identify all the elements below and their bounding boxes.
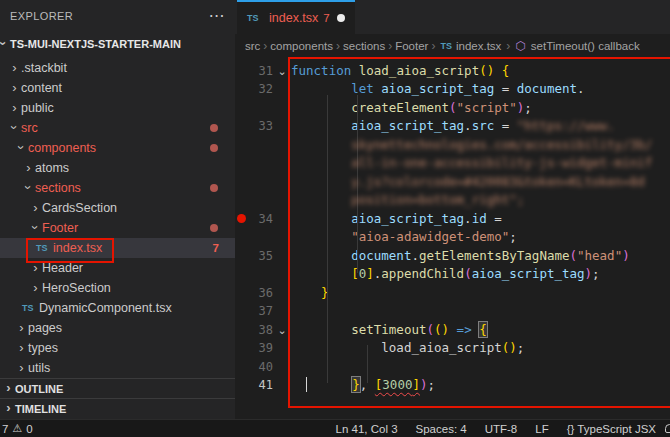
editor-group: TS index.tsx 7 src›components›sections›F… <box>235 0 670 419</box>
code-token: "aioa-adawidget-demo" <box>351 229 509 244</box>
code-token: 3000 <box>382 377 412 392</box>
code-row: all-in-one-accessibility-js-widget-minif <box>235 154 670 173</box>
tree-item-footer[interactable]: ›Footer <box>0 218 235 238</box>
tree-item-label: atoms <box>35 161 69 175</box>
code-row: skynettechnologies.com/accessibility/3b/ <box>235 136 670 155</box>
tab-index-tsx[interactable]: TS index.tsx 7 <box>237 0 355 34</box>
chevron-right-icon: › <box>29 201 42 214</box>
warning-icon: ⚠ <box>12 422 22 435</box>
code-token <box>351 63 359 78</box>
status-indentation[interactable]: Spaces: 4 <box>416 423 467 435</box>
chevron-right-icon: › <box>428 39 438 53</box>
tree-item-src[interactable]: ›src <box>0 118 235 138</box>
code-token <box>291 192 351 207</box>
code-token: appendChild <box>381 266 464 281</box>
workspace-root[interactable]: › TS-MUI-NEXTJS-STARTER-MAIN <box>0 32 235 56</box>
code-row: 34 aioa_script_tag.id = <box>235 210 670 229</box>
tree-item-sections[interactable]: ›sections <box>0 178 235 198</box>
breadcrumb-item-sections[interactable]: sections <box>343 40 385 52</box>
modified-dot-icon <box>210 124 218 132</box>
code-token: = <box>487 211 502 226</box>
tree-item-components[interactable]: ›components <box>0 138 235 158</box>
code-token <box>291 155 351 170</box>
code-token: ) <box>585 266 593 281</box>
breadcrumb-item-file[interactable]: index.tsx <box>456 40 501 52</box>
tree-item-public[interactable]: ›public <box>0 98 235 118</box>
tree-item-types[interactable]: ›types <box>0 338 235 358</box>
tab-label: index.tsx <box>269 11 318 25</box>
tree-item-label: HeroSection <box>42 281 111 295</box>
tree-item-label: pages <box>28 321 62 335</box>
fold-chevron-icon[interactable]: ⌄ <box>273 66 291 76</box>
explorer-header: EXPLORER <box>10 10 209 22</box>
code-token <box>494 63 502 78</box>
code-token: "script" <box>457 100 517 115</box>
status-cursor-position[interactable]: Ln 41, Col 3 <box>336 423 398 435</box>
breadcrumb-item-symbol[interactable]: setTimeout() callback <box>531 40 640 52</box>
code-token: "https://www. <box>517 118 615 133</box>
code-text: position=bottom_right"; <box>291 191 524 210</box>
code-row: 40 <box>235 358 670 377</box>
error-count: 7 <box>2 423 8 435</box>
tree-item-cardssection[interactable]: ›CardsSection <box>0 198 235 218</box>
tree-item-header[interactable]: ›Header <box>0 258 235 278</box>
panel-header-timeline[interactable]: ›TIMELINE <box>0 398 235 418</box>
status-right: Ln 41, Col 3Spaces: 4UTF-8LF{} TypeScrip… <box>336 423 670 435</box>
code-editor[interactable]: 30});31⌄function load_aioa_script() {32 … <box>235 57 670 419</box>
tree-item-pages[interactable]: ›pages <box>0 318 235 338</box>
code-token <box>291 118 351 133</box>
tree-item-label: public <box>21 101 54 115</box>
code-text: function load_aioa_script() { <box>291 62 509 81</box>
breadcrumb-item-footer[interactable]: Footer <box>395 40 428 52</box>
code-text: document.getElementsByTagName("head") <box>291 247 630 266</box>
tree-item-label: .stackbit <box>21 61 67 75</box>
tree-item-utils[interactable]: ›utils <box>0 358 235 378</box>
tree-item-atoms[interactable]: ›atoms <box>0 158 235 178</box>
code-row: 39 load_aioa_script(); <box>235 339 670 358</box>
code-token <box>291 229 351 244</box>
chevron-right-icon: › <box>29 281 42 294</box>
code-token <box>291 137 351 152</box>
chevron-right-icon: › <box>15 361 28 374</box>
code-token <box>291 377 306 392</box>
status-eol[interactable]: LF <box>535 423 548 435</box>
status-encoding[interactable]: UTF-8 <box>485 423 518 435</box>
breadcrumb-item-src[interactable]: src <box>245 40 260 52</box>
fold-chevron-icon[interactable]: ⌄ <box>273 325 291 335</box>
status-problems[interactable]: 7 ⚠ 0 <box>0 422 33 435</box>
tree-item--stackbit[interactable]: ›.stackbit <box>0 58 235 78</box>
code-text: aioa_script_tag.src = "https://www. <box>291 117 615 136</box>
tree-item-index-tsx[interactable]: TSindex.tsx7 <box>0 238 235 258</box>
more-actions-icon[interactable]: ⋯ <box>209 11 225 21</box>
tree-item-content[interactable]: ›content <box>0 78 235 98</box>
dirty-indicator-icon[interactable] <box>337 14 345 22</box>
breadcrumb-item-components[interactable]: components <box>270 40 333 52</box>
typescript-file-icon: TS <box>36 243 51 253</box>
chevron-down-icon: › <box>15 141 28 154</box>
bell-icon[interactable] <box>665 424 670 433</box>
typescript-file-icon: TS <box>22 303 37 313</box>
tree-item-label: sections <box>35 181 81 195</box>
chevron-down-icon: › <box>8 121 21 134</box>
line-number: 36 <box>247 286 273 300</box>
code-text: let aioa_script_tag = document. <box>291 80 585 99</box>
indent-guide <box>367 345 368 383</box>
chevron-right-icon: › <box>15 321 28 334</box>
code-row: "aioa-adawidget-demo"; <box>235 228 670 247</box>
code-token: load_aioa_script <box>381 340 501 355</box>
code-token: y.js?colorcode=#420083&token=KLtoken=8d <box>351 174 645 189</box>
chevron-right-icon: › <box>29 261 42 274</box>
code-token: ) <box>622 248 630 263</box>
code-token: ; <box>509 229 517 244</box>
status-language-mode[interactable]: {} TypeScript JSX <box>567 423 656 435</box>
tree-item-label: types <box>28 341 58 355</box>
code-token: createElement <box>351 100 449 115</box>
chevron-down-icon: › <box>22 181 35 194</box>
tree-item-herosection[interactable]: ›HeroSection <box>0 278 235 298</box>
tree-item-dynamiccomponent-tsx[interactable]: TSDynamicComponent.tsx <box>0 298 235 318</box>
code-token: id <box>472 211 487 226</box>
gutter-breakpoint-area[interactable] <box>235 214 247 223</box>
chevron-right-icon: › <box>15 341 28 354</box>
panel-header-outline[interactable]: ›OUTLINE <box>0 378 235 398</box>
breakpoint-icon[interactable] <box>237 214 246 223</box>
